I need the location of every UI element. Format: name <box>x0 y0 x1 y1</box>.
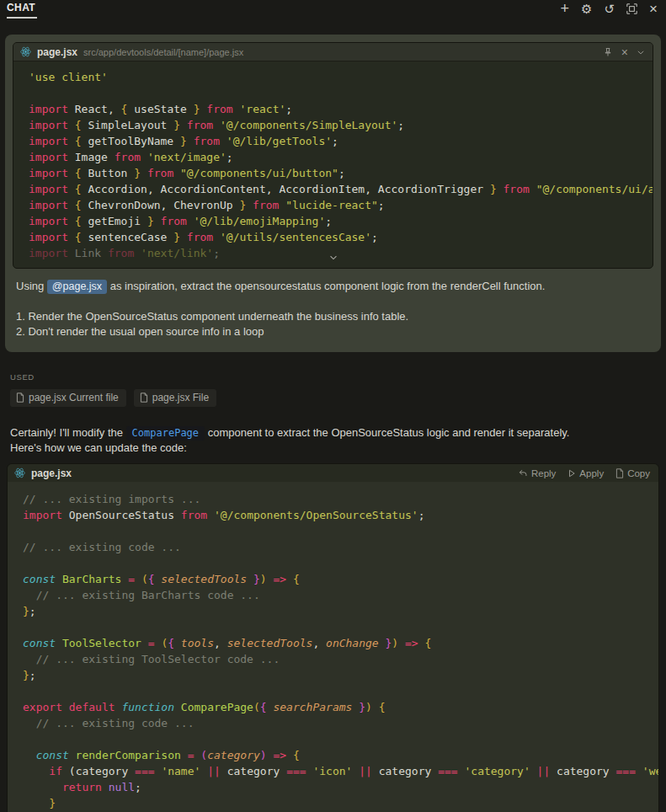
remove-file-icon[interactable]: × <box>621 47 628 57</box>
user-message-text: Using @page.jsx as inspiration, extract … <box>13 269 653 341</box>
inline-code-ref[interactable]: ComparePage <box>126 426 205 441</box>
answer-code-header: page.jsx Reply Apply <box>8 464 658 482</box>
attached-file-card[interactable]: page.jsx src/app/devtools/detail/[name]/… <box>13 42 653 269</box>
assistant-message-text: Certainly! I'll modify the ComparePage c… <box>10 425 656 456</box>
reply-icon <box>519 468 528 478</box>
file-mention-chip[interactable]: @page.jsx <box>47 280 107 294</box>
user-text-prefix: Using <box>16 280 47 292</box>
topbar-actions: + ⚙ ↺ × <box>561 2 658 15</box>
assistant-text-suffix: component to extract the OpenSourceStatu… <box>205 426 569 439</box>
used-chip-file[interactable]: page.jsx File <box>134 389 216 407</box>
user-message-panel: page.jsx src/app/devtools/detail/[name]/… <box>5 35 661 352</box>
file-icon <box>140 393 148 403</box>
used-chip-current-file[interactable]: page.jsx Current file <box>10 389 126 407</box>
attached-filepath: src/app/devtools/detail/[name]/page.jsx <box>83 47 597 57</box>
copy-button[interactable]: Copy <box>615 468 650 478</box>
apply-button[interactable]: Apply <box>567 468 604 478</box>
restore-window-icon[interactable] <box>626 3 637 14</box>
new-chat-icon[interactable]: + <box>561 3 570 14</box>
answer-code-card: page.jsx Reply Apply <box>7 463 659 812</box>
assistant-text-prefix: Certainly! I'll modify the <box>10 426 126 439</box>
used-section: USED page.jsx Current file page.jsx File <box>10 372 656 407</box>
reply-button[interactable]: Reply <box>519 468 556 478</box>
answer-filename: page.jsx <box>31 467 72 479</box>
chat-topbar: CHAT + ⚙ ↺ × <box>0 0 666 20</box>
tab-chat[interactable]: CHAT <box>7 2 37 19</box>
pin-icon[interactable] <box>603 47 613 57</box>
user-list-item-1: 1. Render the OpenSourceStatus component… <box>16 309 650 324</box>
expand-code-icon[interactable] <box>328 250 338 265</box>
settings-gear-icon[interactable]: ⚙ <box>581 3 592 15</box>
attached-filename: page.jsx <box>37 46 77 58</box>
play-icon <box>567 469 576 478</box>
react-logo-icon <box>20 46 31 57</box>
chat-tab-label: CHAT <box>7 2 35 13</box>
collapse-chevron-icon[interactable] <box>637 48 645 56</box>
react-logo-icon <box>14 467 25 478</box>
copy-icon <box>615 468 624 478</box>
file-icon <box>16 393 24 403</box>
answer-code[interactable]: // ... existing imports ...import OpenSo… <box>8 482 658 812</box>
user-text-suffix: as inspiration, extract the opensourcest… <box>107 280 545 292</box>
user-list-item-2: 2. Don't render the usual open source in… <box>16 324 650 339</box>
history-icon[interactable]: ↺ <box>604 3 615 15</box>
close-icon[interactable]: × <box>649 3 658 14</box>
assistant-text-line2: Here's how we can update the code: <box>10 441 656 456</box>
attached-file-header[interactable]: page.jsx src/app/devtools/detail/[name]/… <box>13 43 653 61</box>
used-label: USED <box>10 372 656 382</box>
attached-file-code: 'use client'import React, { useState } f… <box>13 61 653 268</box>
